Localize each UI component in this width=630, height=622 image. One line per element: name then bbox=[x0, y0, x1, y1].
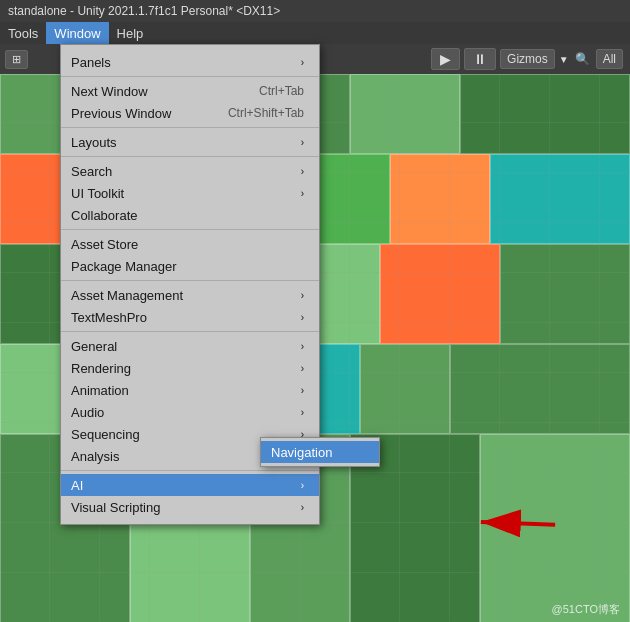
menu-general[interactable]: General › bbox=[61, 335, 319, 357]
panels-arrow: › bbox=[301, 57, 304, 68]
menu-window[interactable]: Window bbox=[46, 22, 108, 44]
menu-group-ai: AI › Visual Scripting › bbox=[61, 471, 319, 521]
rendering-arrow: › bbox=[301, 363, 304, 374]
toolbar-grid-icon[interactable]: ⊞ bbox=[5, 50, 28, 69]
menu-tools[interactable]: Tools bbox=[0, 22, 46, 44]
menu-ai[interactable]: AI › bbox=[61, 474, 319, 496]
vs-arrow: › bbox=[301, 502, 304, 513]
menu-group-panels: Panels › bbox=[61, 48, 319, 77]
menu-panels[interactable]: Panels › bbox=[61, 51, 319, 73]
menu-textmeshpro[interactable]: TextMeshPro › bbox=[61, 306, 319, 328]
menu-next-window[interactable]: Next Window Ctrl+Tab bbox=[61, 80, 319, 102]
menu-help[interactable]: Help bbox=[109, 22, 152, 44]
menu-audio[interactable]: Audio › bbox=[61, 401, 319, 423]
play-button[interactable]: ▶ bbox=[431, 48, 460, 70]
menu-bar: Tools Window Help bbox=[0, 22, 630, 44]
ai-arrow: › bbox=[301, 480, 304, 491]
search-arrow: › bbox=[301, 166, 304, 177]
menu-previous-window[interactable]: Previous Window Ctrl+Shift+Tab bbox=[61, 102, 319, 124]
gizmos-separator: 🔍 bbox=[575, 52, 590, 66]
watermark: @51CTO博客 bbox=[552, 602, 620, 617]
menu-group-window-nav: Next Window Ctrl+Tab Previous Window Ctr… bbox=[61, 77, 319, 128]
pause-button[interactable]: ⏸ bbox=[464, 48, 496, 70]
toolbar-left: ⊞ bbox=[5, 50, 28, 69]
all-button[interactable]: All bbox=[596, 49, 623, 69]
animation-arrow: › bbox=[301, 385, 304, 396]
gizmos-button[interactable]: Gizmos bbox=[500, 49, 555, 69]
menu-rendering[interactable]: Rendering › bbox=[61, 357, 319, 379]
menu-animation[interactable]: Animation › bbox=[61, 379, 319, 401]
title-text: standalone - Unity 2021.1.7f1c1 Personal… bbox=[8, 4, 280, 18]
menu-layouts[interactable]: Layouts › bbox=[61, 131, 319, 153]
menu-group-layouts: Layouts › bbox=[61, 128, 319, 157]
tmp-arrow: › bbox=[301, 312, 304, 323]
menu-visual-scripting[interactable]: Visual Scripting › bbox=[61, 496, 319, 518]
audio-arrow: › bbox=[301, 407, 304, 418]
submenu-navigation[interactable]: Navigation bbox=[261, 441, 379, 463]
menu-search[interactable]: Search › bbox=[61, 160, 319, 182]
gizmos-area: ▶ ⏸ Gizmos ▼ 🔍 All bbox=[424, 44, 630, 74]
ui-toolkit-arrow: › bbox=[301, 188, 304, 199]
menu-ui-toolkit[interactable]: UI Toolkit › bbox=[61, 182, 319, 204]
menu-group-management: Asset Management › TextMeshPro › bbox=[61, 281, 319, 332]
menu-collaborate[interactable]: Collaborate bbox=[61, 204, 319, 226]
menu-group-tools: Search › UI Toolkit › Collaborate bbox=[61, 157, 319, 230]
menu-asset-store[interactable]: Asset Store bbox=[61, 233, 319, 255]
layouts-arrow: › bbox=[301, 137, 304, 148]
asset-mgmt-arrow: › bbox=[301, 290, 304, 301]
title-bar: standalone - Unity 2021.1.7f1c1 Personal… bbox=[0, 0, 630, 22]
ai-submenu: Navigation bbox=[260, 437, 380, 467]
menu-group-assets: Asset Store Package Manager bbox=[61, 230, 319, 281]
gizmos-dropdown-icon: ▼ bbox=[559, 54, 569, 65]
submenu-menu: Navigation bbox=[260, 437, 380, 467]
menu-asset-management[interactable]: Asset Management › bbox=[61, 284, 319, 306]
menu-package-manager[interactable]: Package Manager bbox=[61, 255, 319, 277]
general-arrow: › bbox=[301, 341, 304, 352]
